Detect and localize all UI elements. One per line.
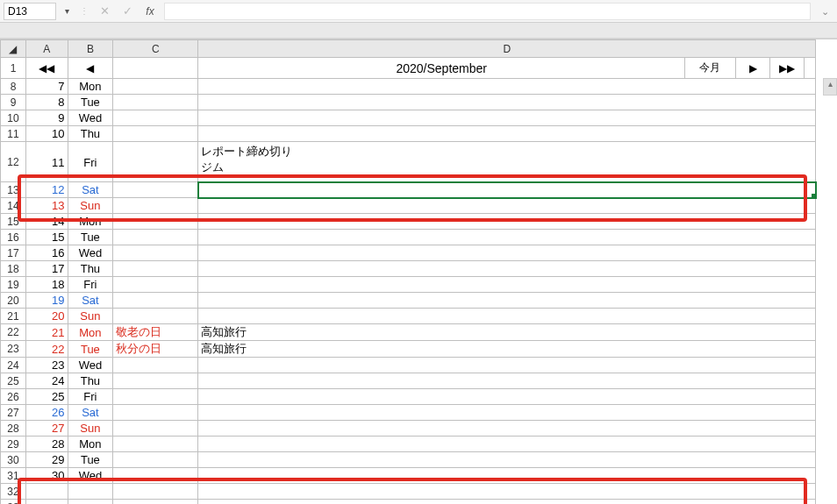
event-cell[interactable] bbox=[198, 373, 816, 389]
day-number-cell[interactable]: 8 bbox=[25, 95, 68, 110]
row-header[interactable]: 1 bbox=[1, 58, 26, 79]
day-number-cell[interactable]: 15 bbox=[25, 230, 68, 245]
day-of-week-cell[interactable]: Thu bbox=[68, 373, 113, 389]
nav-first-button[interactable]: ◀◀ bbox=[25, 58, 68, 79]
row-header[interactable]: 29 bbox=[1, 437, 26, 452]
row-header[interactable]: 21 bbox=[1, 309, 26, 324]
event-cell[interactable] bbox=[198, 421, 816, 437]
row-header[interactable]: 9 bbox=[1, 95, 26, 110]
cell[interactable] bbox=[113, 58, 198, 79]
event-cell[interactable] bbox=[198, 468, 816, 484]
day-number-cell[interactable]: 25 bbox=[25, 389, 68, 405]
nav-prev-button[interactable]: ◀ bbox=[68, 58, 113, 79]
day-of-week-cell[interactable]: Sun bbox=[68, 198, 113, 214]
event-cell[interactable]: レポート締め切りジム bbox=[198, 142, 816, 182]
event-cell[interactable] bbox=[198, 293, 816, 309]
day-number-cell[interactable]: 30 bbox=[25, 468, 68, 484]
row-header[interactable]: 23 bbox=[1, 341, 26, 358]
day-of-week-cell[interactable]: Sat bbox=[68, 293, 113, 309]
nav-last-button[interactable]: ▶▶ bbox=[770, 58, 805, 79]
col-header-D[interactable]: D bbox=[198, 40, 816, 58]
day-of-week-cell[interactable]: Fri bbox=[68, 389, 113, 405]
day-of-week-cell[interactable]: Thu bbox=[68, 126, 113, 142]
day-of-week-cell[interactable]: Tue bbox=[68, 95, 113, 110]
holiday-cell[interactable] bbox=[113, 293, 198, 309]
day-of-week-cell[interactable]: Mon bbox=[68, 214, 113, 230]
event-cell[interactable] bbox=[198, 389, 816, 405]
holiday-cell[interactable] bbox=[113, 437, 198, 452]
row-header[interactable]: 30 bbox=[1, 452, 26, 468]
event-cell[interactable] bbox=[198, 309, 816, 324]
row-header[interactable]: 11 bbox=[1, 126, 26, 142]
row-header[interactable]: 33 bbox=[1, 500, 26, 505]
holiday-cell[interactable] bbox=[113, 261, 198, 277]
event-cell[interactable]: 高知旅行 bbox=[198, 324, 816, 341]
holiday-cell[interactable] bbox=[113, 389, 198, 405]
day-number-cell[interactable]: 28 bbox=[25, 437, 68, 452]
holiday-cell[interactable] bbox=[113, 405, 198, 421]
cell[interactable] bbox=[25, 484, 68, 500]
holiday-cell[interactable]: 敬老の日 bbox=[113, 324, 198, 341]
row-header[interactable]: 24 bbox=[1, 358, 26, 373]
day-number-cell[interactable]: 29 bbox=[25, 452, 68, 468]
day-number-cell[interactable]: 13 bbox=[25, 198, 68, 214]
row-header[interactable]: 8 bbox=[1, 79, 26, 95]
day-of-week-cell[interactable]: Tue bbox=[68, 230, 113, 245]
day-number-cell[interactable]: 24 bbox=[25, 373, 68, 389]
col-header-C[interactable]: C bbox=[113, 40, 198, 58]
cell[interactable] bbox=[68, 500, 113, 505]
nav-today-button[interactable]: 今月 bbox=[684, 58, 735, 79]
holiday-cell[interactable] bbox=[113, 198, 198, 214]
row-header[interactable]: 28 bbox=[1, 421, 26, 437]
day-of-week-cell[interactable]: Fri bbox=[68, 142, 113, 182]
holiday-cell[interactable]: 秋分の日 bbox=[113, 341, 198, 358]
row-header[interactable]: 26 bbox=[1, 389, 26, 405]
day-of-week-cell[interactable]: Mon bbox=[68, 324, 113, 341]
col-header-A[interactable]: A bbox=[25, 40, 68, 58]
day-number-cell[interactable]: 12 bbox=[25, 182, 68, 198]
confirm-icon[interactable]: ✓ bbox=[118, 3, 136, 20]
holiday-cell[interactable] bbox=[113, 182, 198, 198]
day-of-week-cell[interactable]: Mon bbox=[68, 437, 113, 452]
row-header[interactable]: 32 bbox=[1, 484, 26, 500]
holiday-cell[interactable] bbox=[113, 277, 198, 293]
event-cell[interactable] bbox=[198, 230, 816, 245]
event-cell[interactable] bbox=[198, 358, 816, 373]
row-header[interactable]: 20 bbox=[1, 293, 26, 309]
day-number-cell[interactable]: 9 bbox=[25, 110, 68, 126]
holiday-cell[interactable] bbox=[113, 110, 198, 126]
row-header[interactable]: 18 bbox=[1, 261, 26, 277]
name-box[interactable] bbox=[4, 3, 56, 20]
event-cell[interactable] bbox=[198, 277, 816, 293]
cell[interactable] bbox=[198, 500, 816, 505]
holiday-cell[interactable] bbox=[113, 230, 198, 245]
day-of-week-cell[interactable]: Tue bbox=[68, 341, 113, 358]
day-of-week-cell[interactable]: Wed bbox=[68, 358, 113, 373]
holiday-cell[interactable] bbox=[113, 126, 198, 142]
event-cell[interactable] bbox=[198, 126, 816, 142]
name-box-dropdown-icon[interactable]: ▾ bbox=[61, 6, 73, 16]
day-of-week-cell[interactable]: Sat bbox=[68, 182, 113, 198]
day-number-cell[interactable]: 16 bbox=[25, 245, 68, 261]
day-number-cell[interactable]: 27 bbox=[25, 421, 68, 437]
holiday-cell[interactable] bbox=[113, 373, 198, 389]
event-cell[interactable] bbox=[198, 452, 816, 468]
row-header[interactable]: 27 bbox=[1, 405, 26, 421]
event-cell[interactable] bbox=[198, 110, 816, 126]
day-number-cell[interactable]: 19 bbox=[25, 293, 68, 309]
cell[interactable] bbox=[25, 500, 68, 505]
event-cell[interactable] bbox=[198, 437, 816, 452]
day-number-cell[interactable]: 26 bbox=[25, 405, 68, 421]
holiday-cell[interactable] bbox=[113, 309, 198, 324]
nav-next-button[interactable]: ▶ bbox=[735, 58, 769, 79]
row-header[interactable]: 16 bbox=[1, 230, 26, 245]
row-header[interactable]: 10 bbox=[1, 110, 26, 126]
event-cell[interactable] bbox=[198, 245, 816, 261]
formula-expand-icon[interactable]: ⌄ bbox=[816, 3, 833, 20]
row-header[interactable]: 25 bbox=[1, 373, 26, 389]
holiday-cell[interactable] bbox=[113, 142, 198, 182]
day-of-week-cell[interactable]: Mon bbox=[68, 79, 113, 95]
day-of-week-cell[interactable]: Sun bbox=[68, 421, 113, 437]
day-number-cell[interactable]: 23 bbox=[25, 358, 68, 373]
scroll-up-button[interactable]: ▴ bbox=[823, 78, 837, 96]
